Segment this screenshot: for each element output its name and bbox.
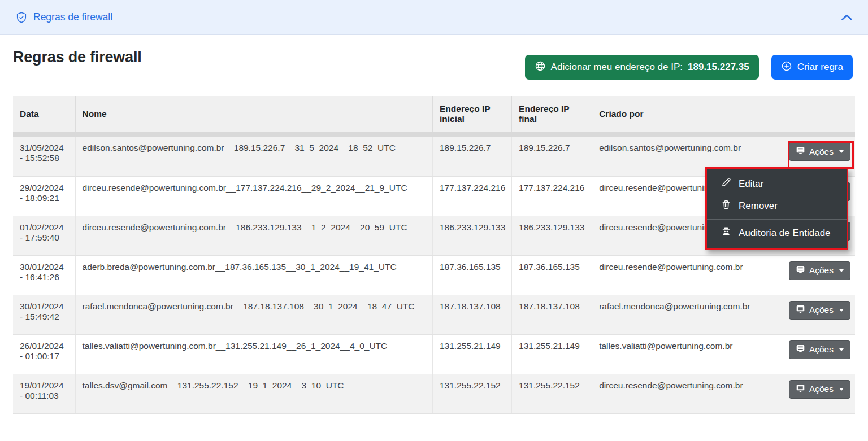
actions-list-icon <box>796 383 805 395</box>
cell-ip-final: 187.18.137.108 <box>512 295 592 334</box>
col-header-criado-por: Criado por <box>592 96 770 132</box>
cell-nome: dirceu.resende@powertuning.com.br__186.2… <box>75 216 432 255</box>
toolbar: Adicionar meu endereço de IP: 189.15.227… <box>525 55 853 80</box>
cell-criado-por: talles.valiatti@powertuning.com.br <box>592 334 770 374</box>
cell-acoes: Ações <box>770 295 855 334</box>
cell-ip-final: 186.233.129.133 <box>512 216 592 255</box>
dropdown-item-label: Remover <box>739 200 778 212</box>
dropdown-item-label: Auditoria de Entidade <box>739 228 831 239</box>
caret-down-icon <box>839 388 844 391</box>
add-my-ip-label: Adicionar meu endereço de IP: <box>551 62 683 73</box>
cell-acoes: Ações <box>770 334 855 374</box>
col-header-nome: Nome <box>75 96 432 132</box>
cell-ip-inicial: 189.15.226.7 <box>432 137 511 176</box>
cell-criado-por: rafael.mendonca@powertuning.com.br <box>592 295 770 334</box>
cell-nome: aderb.breda@powertuning.com.br__187.36.1… <box>75 255 432 295</box>
dropdown-item-auditoria[interactable]: Auditoria de Entidade <box>707 222 847 244</box>
col-header-ip-final: Endereço IP final <box>512 96 592 132</box>
acoes-button-label: Ações <box>809 384 834 394</box>
cell-acoes: Ações <box>770 374 855 413</box>
acoes-button-label: Ações <box>809 305 834 315</box>
acoes-button-label: Ações <box>809 344 834 355</box>
cell-data: 30/01/2024 - 16:41:26 <box>13 255 75 295</box>
col-header-data: Data <box>13 96 75 132</box>
chevron-up-icon[interactable] <box>841 14 853 21</box>
cell-data: 19/01/2024 - 00:11:03 <box>13 374 75 413</box>
cell-ip-inicial: 186.233.129.133 <box>432 216 511 255</box>
trash-icon <box>721 199 731 212</box>
collapse-header-title: Regras de firewall <box>33 11 112 23</box>
cell-nome: edilson.santos@powertuning.com.br__189.1… <box>75 137 432 176</box>
table-header: Data Nome Endereço IP inicial Endereço I… <box>13 96 855 132</box>
col-header-ip-inicial: Endereço IP inicial <box>432 96 511 132</box>
table-row: 26/01/2024 - 01:00:17 talles.valiatti@po… <box>13 334 855 374</box>
actions-list-icon <box>796 146 805 158</box>
cell-nome: rafael.mendonca@powertuning.com.br__187.… <box>75 295 432 334</box>
table-row: 19/01/2024 - 00:11:03 talles.dsv@gmail.c… <box>13 374 855 413</box>
cell-ip-final: 177.137.224.216 <box>512 176 592 216</box>
create-rule-label: Criar regra <box>797 62 843 73</box>
caret-down-icon <box>839 309 844 312</box>
caret-down-icon <box>839 348 844 351</box>
acoes-button-label: Ações <box>809 147 834 157</box>
cell-ip-inicial: 187.36.165.135 <box>432 255 511 295</box>
acoes-button[interactable]: Ações <box>789 142 850 161</box>
firewall-rules-collapse-header[interactable]: Regras de firewall <box>0 0 868 35</box>
cell-data: 01/02/2024 - 17:59:40 <box>13 216 75 255</box>
cell-data: 31/05/2024 - 15:52:58 <box>13 137 75 176</box>
acoes-button[interactable]: Ações <box>789 340 850 359</box>
actions-list-icon <box>796 304 805 316</box>
globe-icon <box>535 60 546 75</box>
cell-nome: talles.dsv@gmail.com__131.255.22.152__19… <box>75 374 432 413</box>
cell-ip-inicial: 131.255.22.152 <box>432 374 511 413</box>
plus-circle-icon <box>781 60 792 75</box>
dropdown-item-label: Editar <box>739 178 763 190</box>
cell-acoes: Ações <box>770 255 855 295</box>
acoes-button-label: Ações <box>809 265 834 276</box>
col-header-acoes <box>770 96 855 132</box>
acoes-button[interactable]: Ações <box>789 301 850 320</box>
add-my-ip-button[interactable]: Adicionar meu endereço de IP: 189.15.227… <box>525 55 759 80</box>
caret-down-icon <box>839 150 844 153</box>
cell-nome: talles.valiatti@powertuning.com.br__131.… <box>75 334 432 374</box>
dropdown-item-remover[interactable]: Remover <box>707 195 847 217</box>
cell-ip-final: 187.36.165.135 <box>512 255 592 295</box>
cell-ip-inicial: 187.18.137.108 <box>432 295 511 334</box>
user-secret-icon <box>721 226 731 239</box>
cell-data: 30/01/2024 - 15:49:42 <box>13 295 75 334</box>
shield-check-icon <box>15 11 28 24</box>
cell-nome: dirceu.resende@powertuning.com.br__177.1… <box>75 176 432 216</box>
cell-data: 26/01/2024 - 01:00:17 <box>13 334 75 374</box>
table-row: 30/01/2024 - 16:41:26 aderb.breda@powert… <box>13 255 855 295</box>
cell-ip-final: 131.255.21.149 <box>512 334 592 374</box>
cell-criado-por: dirceu.resende@powertuning.com.br <box>592 374 770 413</box>
cell-criado-por: dirceu.resende@powertuning.com.br <box>592 255 770 295</box>
firewall-rules-page: Regras de firewall Regras de firewall Ad… <box>0 0 868 441</box>
dropdown-separator <box>707 219 847 220</box>
table-row: 30/01/2024 - 15:49:42 rafael.mendonca@po… <box>13 295 855 334</box>
header-divider-row <box>13 132 855 137</box>
cell-ip-final: 189.15.226.7 <box>512 137 592 176</box>
cell-data: 29/02/2024 - 18:09:21 <box>13 176 75 216</box>
acoes-button[interactable]: Ações <box>789 261 850 280</box>
firewall-rules-table: Data Nome Endereço IP inicial Endereço I… <box>13 96 855 414</box>
add-my-ip-value: 189.15.227.35 <box>688 62 749 73</box>
cell-ip-final: 131.255.22.152 <box>512 374 592 413</box>
cell-ip-inicial: 131.255.21.149 <box>432 334 511 374</box>
actions-list-icon <box>796 344 805 356</box>
cell-ip-inicial: 177.137.224.216 <box>432 176 511 216</box>
pencil-icon <box>721 177 731 190</box>
dropdown-item-editar[interactable]: Editar <box>707 173 847 195</box>
create-rule-button[interactable]: Criar regra <box>771 55 853 80</box>
actions-list-icon <box>796 265 805 277</box>
acoes-button[interactable]: Ações <box>789 380 850 399</box>
acoes-dropdown-menu: Editar Remover <box>705 167 848 250</box>
caret-down-icon <box>839 269 844 272</box>
